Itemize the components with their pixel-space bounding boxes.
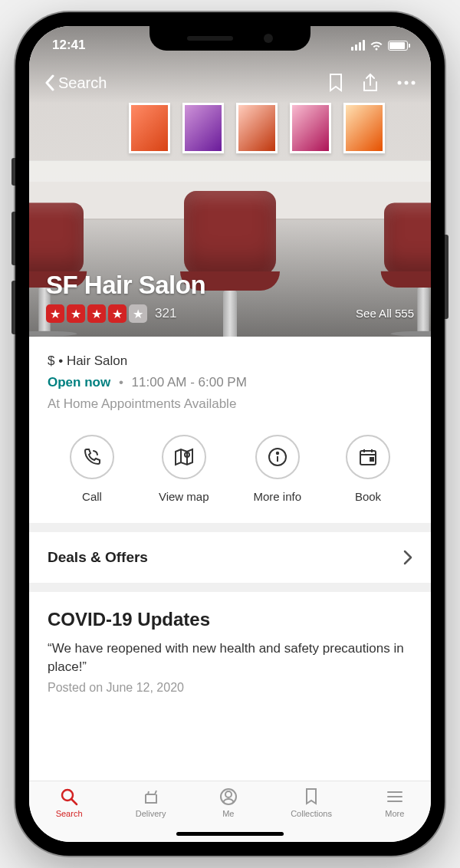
tab-more[interactable]: More — [385, 787, 404, 818]
tab-me[interactable]: Me — [219, 787, 238, 818]
covid-section: COVID-19 Updates “We have reopened with … — [29, 592, 431, 702]
star-icon: ★ — [129, 304, 147, 323]
covid-title: COVID-19 Updates — [48, 609, 412, 630]
power-button — [445, 235, 449, 319]
notch — [150, 26, 310, 51]
divider — [29, 523, 431, 532]
deals-offers-row[interactable]: Deals & Offers — [29, 532, 431, 583]
see-all-photos[interactable]: See All 555 — [356, 307, 414, 320]
review-count: 321 — [155, 306, 176, 321]
hero-content: SF Hair Salon ★ ★ ★ ★ ★ 321 See All 555 — [46, 271, 414, 323]
tab-search[interactable]: Search — [56, 787, 83, 818]
call-button[interactable]: Call — [70, 435, 114, 503]
action-label: More info — [254, 490, 302, 503]
tab-label: Collections — [291, 809, 332, 818]
share-icon[interactable] — [362, 73, 379, 93]
home-indicator[interactable] — [176, 832, 284, 836]
deals-title: Deals & Offers — [48, 549, 148, 566]
chevron-left-icon — [44, 74, 55, 91]
wall-art — [343, 103, 385, 153]
info-icon — [255, 435, 300, 479]
covid-posted-date: Posted on June 12, 2020 — [48, 681, 412, 695]
cellular-signal-icon — [351, 40, 365, 51]
hours-row[interactable]: Open now • 11:00 AM - 6:00 PM — [48, 375, 412, 390]
status-time: 12:41 — [52, 38, 85, 53]
covid-quote: “We have reopened with new health and sa… — [48, 639, 412, 676]
salon-decor — [29, 160, 431, 183]
delivery-icon — [142, 787, 160, 806]
phone-icon — [70, 435, 114, 479]
hours: 11:00 AM - 6:00 PM — [132, 375, 247, 390]
phone-frame: 12:41 — [15, 12, 445, 856]
book-button[interactable]: Book — [346, 435, 390, 503]
star-icon: ★ — [67, 304, 85, 323]
tab-delivery[interactable]: Delivery — [136, 787, 166, 818]
action-row: Call View map More info — [48, 435, 412, 503]
tab-label: Search — [56, 809, 83, 818]
more-icon[interactable] — [397, 81, 416, 85]
rating-row[interactable]: ★ ★ ★ ★ ★ 321 See All 555 — [46, 304, 414, 323]
svg-point-2 — [412, 81, 416, 85]
action-label: Book — [355, 490, 381, 503]
screen: 12:41 — [29, 26, 431, 842]
search-icon — [60, 787, 78, 806]
bookmark-icon — [304, 787, 319, 806]
mute-switch — [12, 158, 15, 186]
category: Hair Salon — [67, 353, 127, 368]
wall-art — [290, 103, 331, 153]
star-icon: ★ — [108, 304, 127, 323]
wall-art — [182, 103, 224, 153]
chevron-right-icon — [403, 550, 412, 565]
info-card: $ • Hair Salon Open now • 11:00 AM - 6:0… — [29, 337, 431, 523]
svg-line-13 — [71, 799, 77, 804]
wifi-icon — [370, 40, 383, 51]
nav-bar: Search — [29, 64, 431, 101]
back-button[interactable]: Search — [44, 74, 107, 92]
calendar-icon — [346, 435, 390, 479]
open-status: Open now — [48, 375, 110, 390]
wall-art — [236, 103, 278, 153]
view-map-button[interactable]: View map — [159, 435, 209, 503]
divider — [29, 583, 431, 592]
battery-icon — [388, 41, 408, 51]
volume-down — [12, 281, 15, 334]
price-level: $ — [48, 353, 54, 368]
price-category: $ • Hair Salon — [48, 353, 412, 369]
tab-label: More — [385, 809, 404, 818]
tab-label: Delivery — [136, 809, 166, 818]
nav-actions — [328, 73, 416, 93]
tab-label: Me — [222, 809, 234, 818]
profile-icon — [219, 787, 238, 806]
star-icon: ★ — [46, 304, 64, 323]
bookmark-icon[interactable] — [328, 73, 343, 93]
back-label: Search — [58, 74, 107, 92]
star-rating: ★ ★ ★ ★ ★ — [46, 304, 147, 323]
action-label: View map — [159, 490, 209, 503]
service-note: At Home Appointments Available — [48, 396, 412, 412]
volume-up — [12, 212, 15, 265]
menu-icon — [386, 787, 403, 806]
business-name: SF Hair Salon — [46, 271, 414, 300]
svg-rect-11 — [370, 458, 373, 461]
action-label: Call — [82, 490, 102, 503]
map-icon — [162, 435, 206, 479]
svg-point-1 — [405, 81, 409, 85]
more-info-button[interactable]: More info — [254, 435, 302, 503]
tab-collections[interactable]: Collections — [291, 787, 332, 818]
svg-point-0 — [398, 81, 402, 85]
hero-image[interactable]: Search SF Hair Salon ★ ★ ★ — [29, 26, 431, 337]
wall-art — [129, 103, 170, 153]
star-icon: ★ — [87, 304, 106, 323]
svg-point-15 — [225, 791, 232, 797]
content: Search SF Hair Salon ★ ★ ★ — [29, 26, 431, 781]
svg-point-6 — [277, 452, 278, 454]
status-indicators — [351, 40, 408, 51]
